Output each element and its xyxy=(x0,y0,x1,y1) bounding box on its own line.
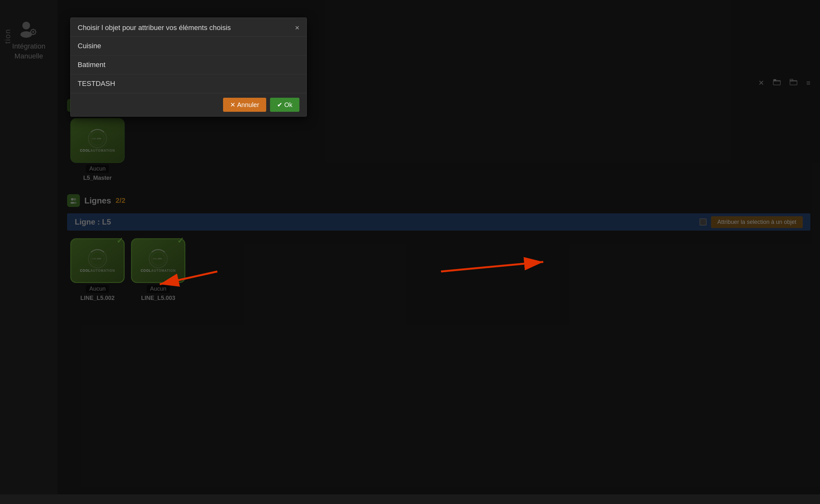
modal-title: Choisir l objet pour attribuer vos éléme… xyxy=(78,24,231,32)
modal-overlay[interactable]: Choisir l objet pour attribuer vos éléme… xyxy=(0,0,820,504)
cancel-button[interactable]: ✕ Annuler xyxy=(223,98,266,112)
modal-dialog: Choisir l objet pour attribuer vos éléme… xyxy=(70,18,307,117)
modal-list-item-1[interactable]: Batiment xyxy=(71,56,306,74)
ok-button[interactable]: ✔ Ok xyxy=(270,98,299,112)
modal-close-button[interactable]: × xyxy=(295,24,299,32)
modal-footer: ✕ Annuler ✔ Ok xyxy=(71,93,306,116)
modal-list: Cuisine Batiment TESTDASH xyxy=(71,37,306,93)
modal-header: Choisir l objet pour attribuer vos éléme… xyxy=(71,18,306,37)
modal-list-item-2[interactable]: TESTDASH xyxy=(71,74,306,93)
modal-list-item-0[interactable]: Cuisine xyxy=(71,37,306,56)
